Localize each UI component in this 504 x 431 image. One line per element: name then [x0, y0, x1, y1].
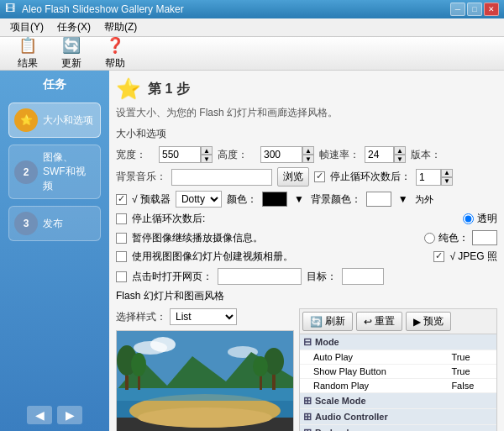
framerate-down-button[interactable]: ▼ [394, 155, 406, 163]
refresh-button[interactable]: 🔄 刷新 [302, 312, 353, 331]
framerate-up-button[interactable]: ▲ [394, 146, 406, 155]
toolbar-update-label: 更新 [61, 56, 81, 71]
prop-key: Auto Play [300, 350, 448, 365]
group-toggle[interactable]: ⊞ [303, 427, 312, 431]
sidebar-forward-button[interactable]: ▶ [57, 406, 82, 424]
prop-value: True [448, 350, 496, 365]
props-data-row: Auto PlayTrue [300, 350, 496, 365]
jpeg-checkbox[interactable] [433, 251, 444, 262]
width-up-button[interactable]: ▲ [201, 146, 213, 155]
props-group-row[interactable]: ⊟Mode [300, 334, 496, 350]
sidebar-item-step3[interactable]: 3 发布 [8, 206, 101, 241]
preview-image [116, 330, 294, 431]
width-input[interactable] [159, 146, 201, 163]
openurl-checkbox[interactable] [116, 271, 127, 282]
sidebar-item-step1[interactable]: ⭐ 大小和选项 [8, 102, 101, 138]
lower-section: 选择样式： List Grid Stack [116, 308, 497, 431]
step-description: 设置大小、为您的 Flash 幻灯片和画廊选择风格。 [116, 106, 497, 120]
framerate-label: 帧速率： [319, 148, 360, 162]
props-group-row[interactable]: ⊞Audio Controller [300, 409, 496, 425]
svg-point-15 [253, 356, 268, 376]
preloader-label: √ 预载器 [132, 192, 171, 207]
jpeg-label: √ JPEG 照 [449, 250, 497, 264]
width-spin-buttons: ▲ ▼ [201, 146, 213, 163]
style-dropdown[interactable]: List Grid Stack [170, 308, 237, 325]
solid-radio[interactable] [424, 233, 435, 244]
prop-value: True [448, 365, 496, 379]
step2-circle: 2 [14, 160, 38, 184]
video-label: 使用视图图像幻灯片创建视频相册。 [132, 250, 293, 264]
width-spinner: ▲ ▼ [159, 146, 213, 163]
toolbar: 📋 结果 🔄 更新 ❓ 帮助 [0, 37, 504, 71]
group-toggle[interactable]: ⊞ [303, 395, 312, 407]
browse-button[interactable]: 浏览 [277, 167, 309, 187]
color-label: 颜色： [227, 192, 257, 207]
loop-down-button[interactable]: ▼ [441, 177, 453, 186]
style-select-row: 选择样式： List Grid Stack [116, 308, 294, 325]
bgmusic-input[interactable] [171, 169, 272, 186]
main-layout: 任务 ⭐ 大小和选项 2 图像、SWF和视频 3 发布 ◀ ▶ ⭐ [0, 71, 504, 431]
preview-icon: ▶ [413, 316, 421, 328]
app-icon: 🎞 [5, 3, 18, 16]
results-icon: 📋 [18, 36, 37, 55]
transparent-radio[interactable] [463, 213, 474, 224]
group-toggle[interactable]: ⊞ [303, 411, 312, 423]
svg-point-16 [138, 407, 272, 428]
step3-circle: 3 [14, 212, 38, 235]
height-input[interactable] [260, 146, 302, 163]
svg-rect-7 [117, 388, 293, 401]
framerate-input[interactable] [365, 146, 394, 163]
properties-panel: 🔄 刷新 ↩ 重置 ▶ 预览 ⊟ModeAuto PlayTrueShow Pl… [299, 308, 497, 431]
loop-checkbox[interactable] [314, 171, 325, 182]
props-group-row[interactable]: ⊞Preloader [300, 425, 496, 432]
loop-input[interactable] [416, 169, 441, 186]
preview-button[interactable]: ▶ 预览 [406, 312, 451, 331]
maximize-button[interactable]: □ [467, 3, 482, 16]
pause-row: 暂停图像继续播放摄像信息。 纯色： [116, 230, 497, 245]
prop-key: Show Play Button [300, 365, 448, 379]
step-header: ⭐ 第 1 步 [116, 77, 497, 101]
section-title: 大小和选项 [116, 127, 497, 141]
loop-spin-buttons: ▲ ▼ [441, 169, 453, 186]
openurl-input[interactable] [218, 268, 302, 285]
height-up-button[interactable]: ▲ [302, 146, 314, 155]
width-down-button[interactable]: ▼ [201, 155, 213, 163]
pause-label: 暂停图像继续播放摄像信息。 [132, 231, 263, 245]
color-picker[interactable] [262, 192, 287, 207]
minimize-button[interactable]: ─ [450, 3, 465, 16]
target-input[interactable] [342, 268, 384, 285]
step1-number: ⭐ [20, 114, 33, 126]
toolbar-results-button[interactable]: 📋 结果 [7, 34, 49, 73]
group-toggle[interactable]: ⊟ [303, 336, 312, 348]
dimensions-row: 宽度： ▲ ▼ 高度： ▲ ▼ 帧速率： ▲ [116, 146, 497, 163]
preloader-checkbox[interactable] [116, 194, 127, 205]
video-checkbox[interactable] [116, 251, 127, 262]
reset-button[interactable]: ↩ 重置 [356, 312, 402, 331]
height-down-button[interactable]: ▼ [302, 155, 314, 163]
toolbar-update-button[interactable]: 🔄 更新 [50, 34, 92, 73]
window-title: Aleo Flash Slideshow Gallery Maker [22, 3, 450, 15]
stop-loop-checkbox[interactable] [116, 213, 127, 224]
loop-up-button[interactable]: ▲ [441, 169, 453, 177]
toolbar-help-button[interactable]: ❓ 帮助 [94, 34, 136, 73]
props-group-row[interactable]: ⊞Scale Mode [300, 393, 496, 409]
sidebar-item-step2[interactable]: 2 图像、SWF和视频 [8, 145, 101, 199]
pause-checkbox[interactable] [116, 233, 127, 244]
close-button[interactable]: ✕ [484, 3, 499, 16]
bg-color-picker[interactable] [366, 192, 391, 207]
window-controls: ─ □ ✕ [450, 3, 499, 16]
transparency-options: 透明 [463, 212, 497, 226]
version-label: 版本： [411, 148, 449, 162]
framerate-spinner: ▲ ▼ [365, 146, 406, 163]
style-selector-section: 选择样式： List Grid Stack [116, 308, 294, 431]
preloader-dropdown[interactable]: Dotty Bar [176, 191, 222, 208]
prop-key: Random Play [300, 379, 448, 393]
solid-color-picker[interactable] [472, 230, 497, 245]
loop-spinner: ▲ ▼ [416, 169, 453, 186]
browse-label: 浏览 [283, 170, 303, 184]
loop-label: 停止循环次数后： [330, 170, 411, 184]
stoplooop-row: 停止循环次数后: 透明 [116, 212, 497, 226]
sidebar-back-button[interactable]: ◀ [27, 406, 52, 424]
reset-label: 重置 [375, 314, 395, 329]
openurl-label: 点击时打开网页： [132, 270, 213, 284]
